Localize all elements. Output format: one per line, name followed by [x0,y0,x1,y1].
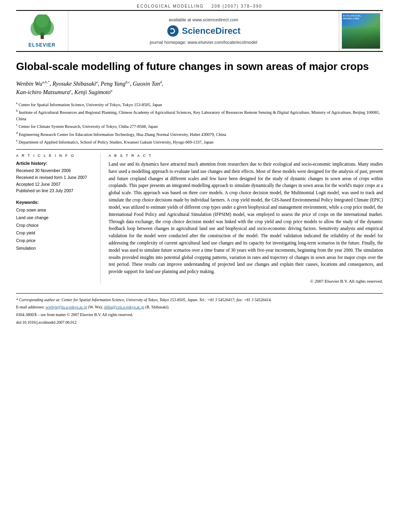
authors-line: Wenbin Wua,b,*, Ryosuke Shibasakia, Peng… [16,80,383,97]
revised-date: Received in revised form 1 June 2007 [16,174,94,181]
abstract-col: A B S T R A C T Land use and its dynamic… [109,154,383,283]
sciencedirect-text: ScienceDirect [182,26,241,36]
article-title: Global-scale modelling of future changes… [16,60,383,73]
keyword-4: Crop yield [16,229,94,237]
affiliation-a: a Center for Spatial Information Science… [16,101,383,108]
keyword-2: Land use change [16,214,94,222]
two-column-section: A R T I C L E I N F O Article history: R… [16,154,383,283]
divider-1 [16,149,383,150]
elsevier-tree-icon [26,14,58,41]
footnotes-section: * Corresponding author at: Center for Sp… [16,293,383,325]
abstract-section-label: A B S T R A C T [109,154,383,158]
published-date: Published on line 23 July 2007 [16,187,94,194]
author-matsumura: Kan-ichiro Matsumura [16,89,70,95]
available-text: available at www.sciencedirect.com [169,17,238,22]
cover-title-text: ECOLOGICALMODELLING [342,13,362,20]
journal-header-bar: ECOLOGICAL MODELLING 208 (2007) 378–390 [0,0,399,10]
issn-line: 0304-3800/$ – see front matter © 2007 El… [16,312,383,318]
article-info-section-label: A R T I C L E I N F O [16,154,94,158]
abstract-text: Land use and its dynamics have attracted… [109,161,383,275]
author-sugimoto: Kenji Sugimoto [74,89,111,95]
journal-info-center: available at www.sciencedirect.com Scien… [68,11,339,51]
page-wrapper: ECOLOGICAL MODELLING 208 (2007) 378–390 … [0,0,399,532]
received-date: Received 30 November 2006 [16,167,94,174]
email-shibasaki-link[interactable]: shiba@csis.u-tokyo.ac.jp [104,305,144,309]
keywords-label: Keywords: [16,200,94,205]
author-tan: Guoxin Tan [133,80,160,87]
top-section: ELSEVIER available at www.sciencedirect.… [16,10,383,52]
affiliation-e: e Department of Applied Informatics, Sch… [16,138,383,145]
elsevier-logo-box: ELSEVIER [16,11,68,51]
keyword-5: Crop price [16,237,94,244]
sciencedirect-logo: ScienceDirect [167,25,241,37]
sciencedirect-icon [167,25,179,37]
affiliation-c: c Center for Climate System Research, Un… [16,123,383,129]
affiliation-d: d Engineering Research Center for Educat… [16,131,383,138]
journal-cover-image: ECOLOGICALMODELLING [342,13,380,49]
author-yang: Peng Yang [101,80,125,87]
corresponding-footnote: * Corresponding author at: Center for Sp… [16,297,383,303]
keyword-3: Crop choice [16,222,94,229]
affiliations: a Center for Spatial Information Science… [16,101,383,145]
article-info-col: A R T I C L E I N F O Article history: R… [16,154,101,283]
main-content: Global-scale modelling of future changes… [16,52,383,283]
author-shibasaki: Ryosuke Shibasaki [52,80,96,87]
journal-name-header: ECOLOGICAL MODELLING [137,4,204,8]
volume-info-header: 208 (2007) 378–390 [212,4,262,8]
keyword-1: Crop sown area [16,206,94,214]
cover-image-area [342,27,380,49]
author-wu: Wenbin Wu [16,80,42,87]
keyword-6: Simulation [16,244,94,252]
elsevier-label: ELSEVIER [29,42,56,48]
journal-homepage-text: journal homepage: www.elsevier.com/locat… [150,40,257,45]
doi-line: doi:10.1016/j.ecolmodel.2007.06.012 [16,319,383,325]
email-footnote: E-mail addresses: wwbyn@iis.u-tokyo.ac.j… [16,304,383,310]
accepted-date: Accepted 12 June 2007 [16,181,94,188]
email-wu-link[interactable]: wwbyn@iis.u-tokyo.ac.jp [45,305,87,309]
journal-cover-box: ECOLOGICALMODELLING [339,11,383,51]
abstract-copyright: © 2007 Elsevier B.V. All rights reserved… [109,279,383,283]
affiliation-b: b Institute of Agricultural Resources an… [16,109,383,122]
article-history-label: Article history: [16,161,94,166]
